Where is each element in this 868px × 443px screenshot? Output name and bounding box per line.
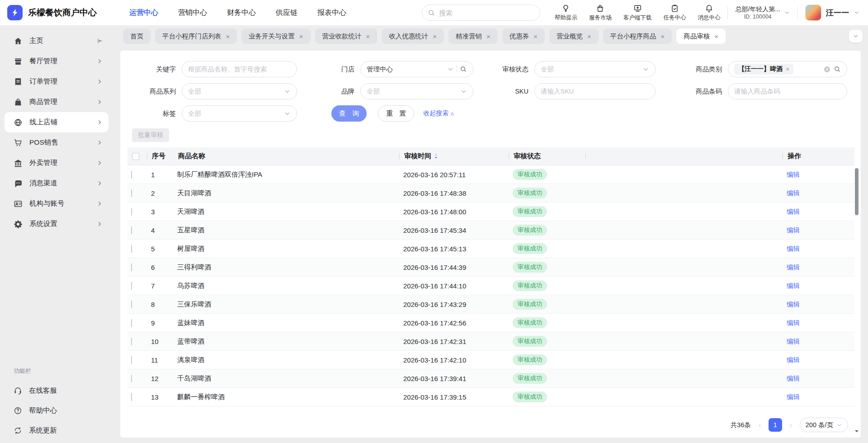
barcode-input[interactable] [734,88,841,95]
audit-status-select[interactable]: 全部 [534,61,656,77]
chevron-right-icon[interactable] [96,221,103,227]
user-menu[interactable]: 汪一一 [805,5,860,21]
collapse-search-link[interactable]: 收起搜索 [423,109,455,118]
store-select[interactable]: 管理中心 [360,61,473,77]
row-checkbox[interactable] [131,301,132,308]
sidebar-item[interactable]: 商品管理 [5,92,108,112]
page-tab[interactable]: 首页 [123,28,151,44]
edit-link[interactable]: 编辑 [787,301,800,308]
edit-link[interactable]: 编辑 [787,264,800,271]
edit-link[interactable]: 编辑 [787,171,800,178]
row-checkbox[interactable] [131,226,132,234]
page-tab[interactable]: 优惠券 × [502,28,545,44]
edit-link[interactable]: 编辑 [787,226,800,234]
sidebar-item[interactable]: 消息渠道 [5,173,108,193]
sidebar-footer-item[interactable]: 系统更新 [0,420,113,440]
top-nav-item[interactable]: 运营中心 [129,8,158,18]
page-size-select[interactable]: 200 条/页 [800,418,848,432]
page-tab[interactable]: 业务开关与设置 × [241,28,310,44]
close-icon[interactable]: × [714,33,718,40]
clear-category-icon[interactable] [823,66,831,73]
prev-page-button[interactable] [757,422,763,428]
top-nav-item[interactable]: 营销中心 [178,8,207,18]
edit-link[interactable]: 编辑 [787,375,800,382]
chevron-right-icon[interactable] [96,99,103,105]
remove-tag-icon[interactable]: × [786,66,789,73]
header-quick-action[interactable]: 客户端下载 [623,4,652,22]
series-select[interactable]: 全部 [182,83,297,99]
sidebar-item[interactable]: 主页 [5,31,108,51]
category-select[interactable]: 【汪一一】啤酒 × [728,61,847,77]
tabs-overflow-button[interactable] [849,30,863,42]
chevron-right-icon[interactable] [96,160,103,166]
sidebar-item[interactable]: 机构与账号 [5,193,108,214]
edit-link[interactable]: 编辑 [787,189,800,197]
scrollbar-down-arrow[interactable] [854,428,859,433]
row-checkbox[interactable] [131,245,132,253]
sku-input[interactable] [541,88,649,95]
global-search[interactable] [422,5,540,21]
page-tab[interactable]: 平台小程序门店列表 × [155,28,237,44]
row-checkbox[interactable] [131,319,132,327]
reset-button[interactable]: 重 置 [378,105,414,122]
close-icon[interactable]: × [486,33,491,40]
page-tab[interactable]: 营业概览 × [549,28,599,44]
close-icon[interactable]: × [299,33,303,40]
close-icon[interactable]: × [226,33,230,40]
select-all-checkbox[interactable] [132,153,139,160]
chevron-right-icon[interactable] [96,180,103,187]
batch-audit-button[interactable]: 批量审核 [132,128,169,142]
page-tab[interactable]: 商品审核 × [676,28,726,44]
keyword-input[interactable] [188,66,291,73]
search-button[interactable]: 查 询 [331,105,367,122]
edit-link[interactable]: 编辑 [787,356,800,363]
page-number[interactable]: 1 [769,418,782,432]
scrollbar-thumb[interactable] [855,168,859,215]
avatar[interactable] [805,5,821,21]
tag-select[interactable]: 全部 [182,105,297,122]
header-quick-action[interactable]: 服务市场 [589,4,612,22]
row-checkbox[interactable] [131,393,132,401]
collapse-icon[interactable] [96,38,103,44]
sidebar-item[interactable]: 订单管理 [5,71,108,92]
chevron-right-icon[interactable] [96,139,103,146]
sidebar-footer-item[interactable]: 在线客服 [0,381,113,401]
top-nav-item[interactable]: 报表中心 [317,8,346,18]
sort-icon[interactable] [433,152,439,160]
page-tab[interactable]: 收入优惠统计 × [382,28,444,44]
edit-link[interactable]: 编辑 [787,245,800,252]
row-checkbox[interactable] [131,189,132,197]
chevron-right-icon[interactable] [96,78,103,85]
sidebar-item[interactable]: 外卖管理 [5,153,108,173]
edit-link[interactable]: 编辑 [787,282,800,289]
sidebar-item[interactable]: 系统设置 [5,214,108,234]
top-nav-item[interactable]: 供应链 [276,8,297,18]
row-checkbox[interactable] [131,264,132,271]
close-icon[interactable]: × [533,33,538,40]
chevron-right-icon[interactable] [96,200,103,207]
page-tab[interactable]: 营业收款统计 × [315,28,377,44]
close-icon[interactable]: × [366,33,370,40]
sku-field[interactable] [534,83,656,99]
row-checkbox[interactable] [131,171,132,179]
row-checkbox[interactable] [131,208,132,216]
close-icon[interactable]: × [433,33,437,40]
row-checkbox[interactable] [131,338,132,345]
next-page-button[interactable] [788,422,794,428]
row-checkbox[interactable] [131,356,132,364]
edit-link[interactable]: 编辑 [787,208,800,215]
sidebar-item[interactable]: POS销售 [5,132,108,153]
header-quick-action[interactable]: 任务中心 [663,4,686,22]
category-search-icon[interactable] [834,66,841,73]
sidebar-footer-item[interactable]: 帮助中心 [0,401,113,420]
chevron-right-icon[interactable] [96,119,103,126]
edit-link[interactable]: 编辑 [787,338,800,345]
page-tab[interactable]: 平台小程序商品 × [603,28,672,44]
close-icon[interactable]: × [587,33,591,40]
barcode-field[interactable] [728,83,847,99]
org-switcher[interactable]: 总部/年轻人第... ID: 100004 [735,5,790,20]
edit-link[interactable]: 编辑 [787,393,800,401]
global-search-input[interactable] [439,9,534,17]
edit-link[interactable]: 编辑 [787,319,800,326]
row-checkbox[interactable] [131,282,132,290]
